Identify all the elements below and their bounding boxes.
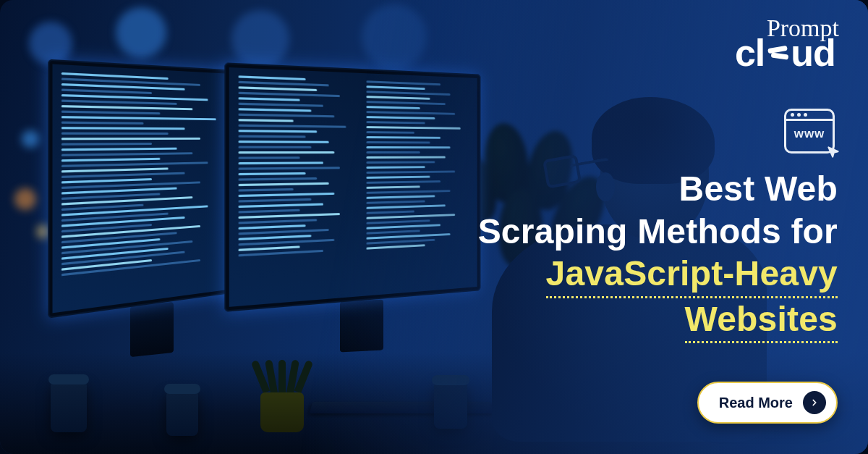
browser-www-icon: www xyxy=(784,109,835,154)
headline-line-4: Websites xyxy=(685,298,838,344)
cloud-swirl-icon xyxy=(767,45,788,61)
logo-bottom-prefix: cl xyxy=(735,38,765,68)
coffee-cup xyxy=(434,382,467,429)
coffee-cup xyxy=(166,391,198,436)
chevron-right-icon xyxy=(803,391,826,414)
coffee-cup xyxy=(51,382,87,432)
cursor-click-icon xyxy=(826,145,841,159)
hero-banner: Prompt clud www Best Web Scraping Method… xyxy=(0,0,868,454)
left-monitor xyxy=(48,59,241,319)
desk-plant xyxy=(253,360,318,396)
headline-line-1: Best Web xyxy=(418,168,838,211)
headline: Best Web Scraping Methods for JavaScript… xyxy=(418,168,838,343)
logo-bottom-suffix: ud xyxy=(791,38,835,68)
cta-label: Read More xyxy=(719,395,793,411)
headline-line-2: Scraping Methods for xyxy=(418,211,838,253)
promptcloud-logo: Prompt clud xyxy=(735,19,839,67)
headline-line-3: JavaScript-Heavy xyxy=(546,253,838,298)
read-more-button[interactable]: Read More xyxy=(697,382,838,424)
www-label: www xyxy=(786,127,833,141)
